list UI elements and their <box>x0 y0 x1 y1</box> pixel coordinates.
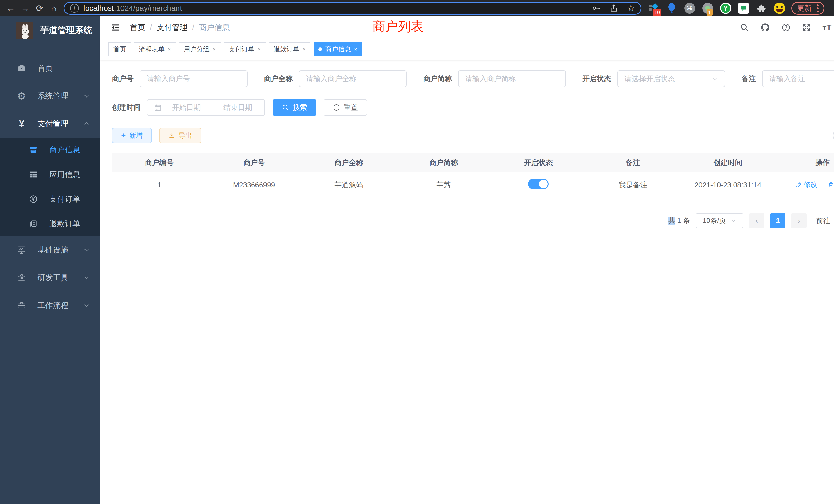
sidebar-item-system[interactable]: ⚙ 系统管理 <box>0 82 100 110</box>
address-bar[interactable]: i localhost:1024/pay/merchant ☆ <box>64 2 641 15</box>
chevron-down-icon <box>83 274 90 281</box>
site-info-icon[interactable]: i <box>70 4 79 13</box>
page-size-select[interactable]: 10条/页 <box>696 213 743 228</box>
breadcrumb-separator: / <box>150 23 152 32</box>
sidebar-item-home[interactable]: 首页 <box>0 54 100 82</box>
close-icon[interactable]: × <box>213 46 216 53</box>
sidebar-item-pay-order[interactable]: 支付订单 <box>0 187 100 211</box>
full-name-input[interactable] <box>306 75 399 83</box>
delete-link[interactable]: 删除 <box>828 180 834 189</box>
update-label: 更新 <box>797 3 812 13</box>
short-name-input-wrap <box>458 70 566 87</box>
chevron-down-icon <box>83 302 90 309</box>
tab-home[interactable]: 首页 <box>108 42 131 56</box>
browser-chrome: ← → ⟳ ⌂ i localhost:1024/pay/merchant ☆ … <box>0 0 834 17</box>
forward-icon[interactable]: → <box>18 1 32 16</box>
page-1-button[interactable]: 1 <box>770 213 786 228</box>
breadcrumb: 首页 / 支付管理 / 商户信息 <box>130 22 230 33</box>
full-name-label: 商户全称 <box>264 74 293 84</box>
status-select[interactable] <box>617 70 725 87</box>
sidebar-item-dev-tools[interactable]: 研发工具 <box>0 264 100 292</box>
cell-create-time: 2021-10-23 08:31:14 <box>680 181 775 189</box>
cell-short-name: 芋艿 <box>396 180 491 190</box>
extensions-puzzle-icon[interactable] <box>756 3 767 14</box>
filter-row-2: 创建时间 开始日期 - 结束日期 搜索 重置 <box>112 99 834 116</box>
password-key-icon[interactable] <box>592 4 600 13</box>
extension-emoji-icon[interactable] <box>774 3 785 14</box>
status-toggle[interactable] <box>528 179 549 189</box>
extension-recorder-icon[interactable]: 1 <box>702 3 713 14</box>
fullscreen-icon[interactable] <box>802 23 811 32</box>
browser-update-button[interactable]: 更新 <box>791 2 825 15</box>
close-icon[interactable]: × <box>168 46 171 53</box>
extensions-strip: 10 ⌘ 1 Y <box>648 3 785 14</box>
app-logo-row[interactable]: 芋道管理系统 <box>0 17 100 44</box>
active-dot-icon <box>319 47 322 51</box>
close-icon[interactable]: × <box>258 46 261 53</box>
sidebar-item-app-info[interactable]: 应用信息 <box>0 162 100 187</box>
sidebar-item-label: 商户信息 <box>49 145 80 155</box>
tab-pay-order[interactable]: 支付订单× <box>224 42 266 56</box>
chevron-down-icon <box>83 93 90 99</box>
close-icon[interactable]: × <box>354 46 357 53</box>
next-page-button[interactable]: › <box>791 213 807 228</box>
reset-button[interactable]: 重置 <box>324 99 367 116</box>
sidebar-item-label: 首页 <box>38 63 90 74</box>
remark-input-wrap <box>762 70 834 87</box>
extension-command-icon[interactable]: ⌘ <box>684 3 695 14</box>
url-text[interactable]: localhost:1024/pay/merchant <box>84 4 182 13</box>
extension-y-icon[interactable]: Y <box>720 3 731 14</box>
short-name-input[interactable] <box>465 75 559 83</box>
export-button[interactable]: 导出 <box>159 128 201 143</box>
sidebar-item-label: 基础设施 <box>38 245 73 255</box>
yen-circle-icon <box>28 194 39 204</box>
remark-input[interactable] <box>769 75 834 83</box>
github-icon[interactable] <box>760 23 770 32</box>
monitor-icon <box>16 245 27 255</box>
shop-icon <box>28 145 39 155</box>
cell-full-name: 芋道源码 <box>302 180 396 190</box>
breadcrumb-pay[interactable]: 支付管理 <box>157 22 188 33</box>
col-create-time: 创建时间 <box>680 158 775 167</box>
add-button[interactable]: + 新增 <box>112 128 152 143</box>
home-icon[interactable]: ⌂ <box>47 1 61 16</box>
prev-page-button[interactable]: ‹ <box>749 213 764 228</box>
short-name-label: 商户简称 <box>423 74 452 84</box>
help-icon[interactable] <box>781 23 791 32</box>
chevron-down-icon <box>730 217 737 224</box>
toggle-search-button[interactable] <box>833 128 834 143</box>
extension-balloon-icon[interactable] <box>666 3 677 14</box>
extension-chat-icon[interactable] <box>738 3 749 14</box>
breadcrumb-home[interactable]: 首页 <box>130 22 145 33</box>
merchant-table: 商户编号 商户号 商户全称 商户简称 开启状态 备注 创建时间 操作 1 M23… <box>112 154 834 198</box>
back-icon[interactable]: ← <box>4 1 18 16</box>
merchant-no-input[interactable] <box>147 75 240 83</box>
tab-refund-order[interactable]: 退款订单× <box>269 42 311 56</box>
font-size-icon[interactable]: тT <box>822 23 831 32</box>
sidebar-item-workflow[interactable]: 工作流程 <box>0 292 100 319</box>
app-logo-rabbit <box>16 22 34 39</box>
sidebar-item-refund-order[interactable]: 退款订单 <box>0 211 100 236</box>
share-icon[interactable] <box>609 4 618 13</box>
sidebar-item-label: 应用信息 <box>49 169 80 180</box>
status-select-input[interactable] <box>624 75 708 83</box>
search-button[interactable]: 搜索 <box>273 99 316 116</box>
date-end-placeholder: 结束日期 <box>218 102 258 112</box>
close-icon[interactable]: × <box>303 46 306 53</box>
tab-merchant-info[interactable]: 商户信息× <box>313 42 362 56</box>
reload-icon[interactable]: ⟳ <box>32 1 47 16</box>
browser-menu-icon[interactable] <box>817 4 818 12</box>
sidebar-item-merchant-info[interactable]: 商户信息 <box>0 138 100 162</box>
extension-diamond-icon[interactable]: 10 <box>648 3 659 14</box>
tab-process-form[interactable]: 流程表单× <box>134 42 176 56</box>
edit-link[interactable]: 修改 <box>796 180 817 189</box>
tab-user-group[interactable]: 用户分组× <box>179 42 221 56</box>
sidebar: 芋道管理系统 首页 ⚙ 系统管理 ¥ 支付管理 <box>0 17 100 504</box>
calendar-icon <box>154 104 162 111</box>
header-search-icon[interactable] <box>740 23 749 32</box>
date-range-picker[interactable]: 开始日期 - 结束日期 <box>147 99 265 116</box>
sidebar-item-infra[interactable]: 基础设施 <box>0 236 100 264</box>
sidebar-item-pay[interactable]: ¥ 支付管理 <box>0 110 100 138</box>
sidebar-collapse-icon[interactable] <box>110 22 121 32</box>
pagination: 共 1 条 10条/页 ‹ 1 › 前往 页 <box>112 213 834 228</box>
